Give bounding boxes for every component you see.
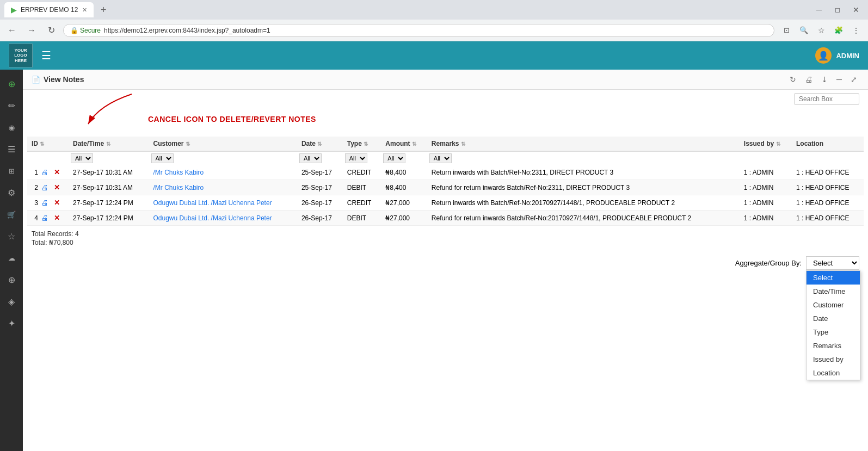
col-id[interactable]: ID ⇅ [27,137,69,151]
search-input[interactable] [794,93,859,105]
content-area: 📄 View Notes ↻ 🖨 ⤓ ─ ⤢ CANCEL ICON TO DE… [23,70,868,451]
print-button[interactable]: 🖨 [40,183,50,192]
sidebar-item-reports[interactable]: ◉ [2,118,21,137]
minimize-panel-button[interactable]: ─ [834,74,844,85]
browser-tab[interactable]: ▶ ERPREV DEMO 12 ✕ [4,2,94,17]
address-bar[interactable]: 🔒 Secure https://demo12.erprev.com:8443/… [63,24,774,37]
delete-button[interactable]: ✕ [52,183,61,192]
col-location[interactable]: Location [792,137,864,151]
aggregate-select[interactable]: SelectDate/TimeCustomerDateTypeRemarksIs… [806,256,859,270]
cell-location: 1 : HEAD OFFICE [792,180,864,195]
aggregate-section: Aggregate/Group By: SelectDate/TimeCusto… [23,252,868,275]
table-body: 1 🖨 ✕ 27-Sep-17 10:31 AM /Mr Chuks Kabir… [27,165,864,226]
dropdown-item-issued_by[interactable]: Issued by [807,353,860,366]
delete-button[interactable]: ✕ [52,168,61,177]
sidebar-item-grid[interactable]: ⊞ [2,161,21,181]
cast-button[interactable]: ⊡ [779,23,794,38]
cell-id: 2 🖨 ✕ [27,180,69,195]
cell-date: 26-Sep-17 [297,195,343,211]
print-button[interactable]: 🖨 [40,198,50,207]
minimize-button[interactable]: ─ [811,2,827,17]
sidebar-item-cart[interactable]: 🛒 [2,205,21,224]
annotation-container: CANCEL ICON TO DELETE/REVERT NOTES [23,110,868,132]
forward-button[interactable]: → [24,23,39,38]
dropdown-item-type[interactable]: Type [807,325,860,339]
dropdown-item-location[interactable]: Location [807,366,860,380]
print-button[interactable]: 🖨 [40,213,50,223]
aggregate-label: Aggregate/Group By: [735,256,802,270]
admin-label: ADMIN [836,52,859,60]
star-button[interactable]: ☆ [814,23,829,38]
cell-amount: ₦8,400 [381,165,427,180]
cell-amount: ₦8,400 [381,180,427,195]
sidebar-item-special[interactable]: ✦ [2,313,21,333]
cell-amount: ₦27,000 [381,195,427,211]
filter-date[interactable]: All [299,153,322,163]
sidebar-item-edit[interactable]: ✏ [2,96,21,115]
cell-id: 3 🖨 ✕ [27,195,69,211]
maximize-panel-button[interactable]: ⤢ [848,74,859,85]
cell-id: 4 🖨 ✕ [27,211,69,226]
dropdown-item-customer[interactable]: Customer [807,298,860,312]
page-icon: 📄 [32,76,40,84]
reload-button[interactable]: ↻ [44,23,59,38]
cell-datetime: 27-Sep-17 12:24 PM [69,195,149,211]
filter-amount[interactable]: All [383,153,405,163]
page-title: 📄 View Notes [32,75,84,84]
extension-button[interactable]: 🧩 [831,23,846,38]
hamburger-menu[interactable]: ☰ [39,47,53,64]
search-area [23,90,868,108]
new-tab-button[interactable]: + [96,2,111,17]
col-customer[interactable]: Customer ⇅ [149,137,297,151]
cell-datetime: 27-Sep-17 12:24 PM [69,211,149,226]
download-button[interactable]: ⤓ [819,74,830,85]
filter-datetime[interactable]: All [71,153,93,163]
cell-issued-by: 1 : ADMIN [740,195,792,211]
cell-customer[interactable]: /Mr Chuks Kabiro [149,165,297,180]
cell-remarks: Refund for return inwards Batch/Ref-No:2… [427,180,740,195]
col-date[interactable]: Date ⇅ [297,137,343,151]
col-issued-by[interactable]: Issued by ⇅ [740,137,792,151]
col-remarks[interactable]: Remarks ⇅ [427,137,740,151]
filter-customer[interactable]: All [151,153,174,163]
filter-type[interactable]: All [345,153,367,163]
dropdown-item-remarks[interactable]: Remarks [807,339,860,353]
sidebar-item-cloud[interactable]: ☁ [2,248,21,268]
col-type[interactable]: Type ⇅ [343,137,381,151]
cell-remarks: Return inwards with Batch/Ref-No:2311, D… [427,165,740,180]
table-row: 1 🖨 ✕ 27-Sep-17 10:31 AM /Mr Chuks Kabir… [27,165,864,180]
sidebar-item-add[interactable]: ⊕ [2,270,21,289]
dropdown-item-select[interactable]: Select [807,271,860,285]
col-datetime[interactable]: Date/Time ⇅ [69,137,149,151]
delete-button[interactable]: ✕ [52,198,61,207]
page-actions: ↻ 🖨 ⤓ ─ ⤢ [787,74,859,85]
print-page-button[interactable]: 🖨 [803,74,815,85]
cell-customer[interactable]: Odugwu Dubai Ltd. /Mazi Uchenna Peter [149,211,297,226]
back-button[interactable]: ← [4,23,20,38]
cell-customer[interactable]: Odugwu Dubai Ltd. /Mazi Uchenna Peter [149,195,297,211]
close-button[interactable]: ✕ [848,2,864,17]
cell-type: DEBIT [343,211,381,226]
table-row: 4 🖨 ✕ 27-Sep-17 12:24 PM Odugwu Dubai Lt… [27,211,864,226]
restore-button[interactable]: ◻ [830,2,845,17]
cell-customer[interactable]: /Mr Chuks Kabiro [149,180,297,195]
cell-issued-by: 1 : ADMIN [740,165,792,180]
filter-remarks[interactable]: All [429,153,452,163]
dropdown-item-date[interactable]: Date [807,312,860,325]
print-button[interactable]: 🖨 [40,168,50,177]
col-amount[interactable]: Amount ⇅ [381,137,427,151]
refresh-button[interactable]: ↻ [787,74,798,85]
zoom-button[interactable]: 🔍 [796,23,811,38]
sidebar-item-apps[interactable]: ◈ [2,292,21,311]
sidebar-item-dashboard[interactable]: ⊕ [2,74,21,94]
cell-issued-by: 1 : ADMIN [740,211,792,226]
sidebar: ⊕ ✏ ◉ ☰ ⊞ ⚙ 🛒 ☆ ☁ ⊕ ◈ ✦ [0,70,23,451]
sidebar-item-list[interactable]: ☰ [2,139,21,159]
sidebar-item-settings[interactable]: ⚙ [2,183,21,202]
sidebar-item-star[interactable]: ☆ [2,226,21,246]
dropdown-item-datetime[interactable]: Date/Time [807,285,860,298]
menu-button[interactable]: ⋮ [848,23,864,38]
tab-close-button[interactable]: ✕ [82,7,87,14]
delete-button[interactable]: ✕ [52,213,61,223]
cell-datetime: 27-Sep-17 10:31 AM [69,180,149,195]
